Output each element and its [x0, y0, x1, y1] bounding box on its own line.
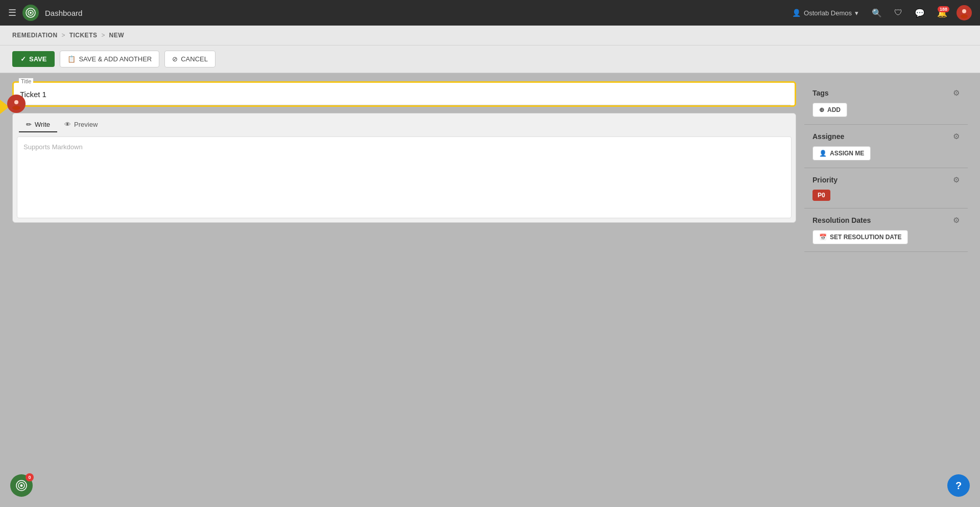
set-resolution-date-button[interactable]: 📅 SET RESOLUTION DATE [812, 230, 908, 244]
workspace-chevron: ▾ [855, 9, 858, 17]
cancel-button[interactable]: ⊘ CANCEL [164, 51, 216, 67]
editor-placeholder: Supports Markdown [23, 143, 83, 151]
editor-tabs: ✏ Write 👁 Preview [13, 113, 796, 132]
app-title: Dashboard [45, 9, 82, 17]
plus-icon: ⊕ [819, 106, 824, 113]
bottom-logo-widget[interactable]: 0 [10, 474, 33, 497]
calendar-icon: 📅 [819, 234, 827, 241]
save-copy-icon: 📋 [67, 55, 76, 63]
assign-me-button[interactable]: 👤 ASSIGN ME [812, 146, 871, 160]
priority-gear-icon[interactable]: ⚙ [953, 175, 960, 185]
breadcrumb-sep-1: > [62, 32, 65, 39]
assignee-gear-icon[interactable]: ⚙ [953, 132, 960, 141]
resolution-header: Resolution Dates ⚙ [812, 216, 960, 225]
question-mark-icon: ? [955, 480, 962, 492]
topnav: ☰ Dashboard 👤 Ostorlab Demos ▾ 🔍 🛡 💬 🔔 1… [0, 0, 980, 26]
breadcrumb-remediation[interactable]: REMEDIATION [12, 32, 58, 39]
svg-point-6 [12, 106, 20, 110]
notifications-button[interactable]: 🔔 188 [934, 5, 950, 21]
title-field-wrapper: Title [12, 81, 796, 107]
breadcrumb-new: NEW [109, 32, 124, 39]
add-tag-button[interactable]: ⊕ ADD [812, 103, 847, 117]
shield-icon[interactable]: 🛡 [891, 5, 905, 20]
priority-title: Priority [812, 176, 838, 184]
assignee-header: Assignee ⚙ [812, 132, 960, 141]
cancel-icon: ⊘ [172, 55, 178, 63]
tags-header: Tags ⚙ [812, 88, 960, 98]
assignee-title: Assignee [812, 132, 844, 141]
breadcrumb-tickets[interactable]: TICKETS [69, 32, 98, 39]
check-icon: ✓ [20, 55, 26, 63]
svg-point-9 [20, 485, 23, 487]
svg-point-2 [30, 12, 32, 14]
tags-title: Tags [812, 89, 829, 97]
title-input[interactable] [14, 83, 795, 105]
workspace-name: Ostorlab Demos [804, 9, 852, 17]
resolution-gear-icon[interactable]: ⚙ [953, 216, 960, 225]
resolution-section: Resolution Dates ⚙ 📅 SET RESOLUTION DATE [804, 209, 968, 252]
tags-section: Tags ⚙ ⊕ ADD [804, 81, 968, 125]
main-content: REMEDIATION > TICKETS > NEW ✓ SAVE 📋 SAV… [0, 26, 980, 507]
svg-point-3 [962, 9, 966, 13]
save-button[interactable]: ✓ SAVE [12, 51, 55, 67]
tab-write[interactable]: ✏ Write [19, 118, 57, 132]
title-label: Title [19, 78, 33, 84]
right-sidebar: Tags ⚙ ⊕ ADD Assignee ⚙ 👤 [804, 81, 968, 499]
priority-section: Priority ⚙ P0 [804, 168, 968, 209]
notification-badge: 188 [938, 6, 949, 12]
assignee-section: Assignee ⚙ 👤 ASSIGN ME [804, 125, 968, 168]
editor-container: ✏ Write 👁 Preview Supports Markdown [12, 113, 796, 223]
priority-header: Priority ⚙ [812, 175, 960, 185]
breadcrumb: REMEDIATION > TICKETS > NEW [0, 26, 980, 45]
title-divider [18, 105, 791, 105]
resolution-title: Resolution Dates [812, 216, 871, 224]
user-avatar[interactable] [957, 5, 972, 20]
tab-preview[interactable]: 👁 Preview [57, 118, 105, 132]
hamburger-icon[interactable]: ☰ [8, 7, 16, 18]
save-add-another-button[interactable]: 📋 SAVE & ADD ANOTHER [60, 51, 159, 67]
toolbar: ✓ SAVE 📋 SAVE & ADD ANOTHER ⊘ CANCEL [0, 45, 980, 73]
left-avatar [7, 95, 26, 113]
form-area: Title ✏ Write 👁 Preview [12, 81, 796, 499]
bottom-badge: 0 [26, 473, 34, 481]
eye-icon: 👁 [64, 121, 71, 128]
search-button[interactable]: 🔍 [869, 5, 885, 21]
breadcrumb-sep-2: > [101, 32, 105, 39]
workspace-selector[interactable]: 👤 Ostorlab Demos ▾ [788, 7, 863, 19]
logo-icon [22, 5, 39, 21]
page-area: REMEDIATION > TICKETS > NEW ✓ SAVE 📋 SAV… [0, 26, 980, 507]
person-icon: 👤 [819, 150, 827, 157]
priority-badge[interactable]: P0 [812, 190, 830, 201]
svg-point-4 [961, 14, 968, 18]
content-row: Title ✏ Write 👁 Preview [0, 73, 980, 507]
svg-point-5 [14, 100, 18, 104]
pencil-icon: ✏ [26, 121, 32, 128]
editor-body[interactable]: Supports Markdown [17, 136, 792, 218]
tags-gear-icon[interactable]: ⚙ [953, 88, 960, 98]
messages-icon[interactable]: 💬 [912, 5, 928, 21]
help-button[interactable]: ? [947, 474, 970, 497]
